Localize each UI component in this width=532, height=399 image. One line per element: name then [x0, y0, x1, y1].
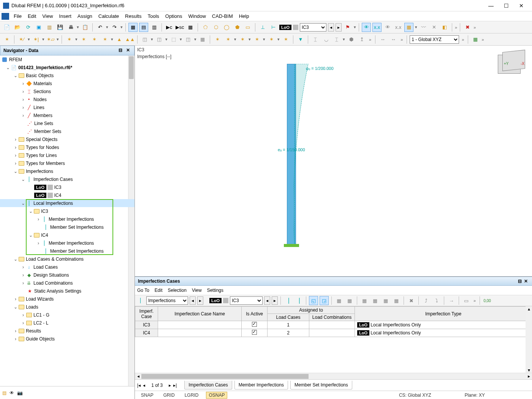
menu-assign[interactable]: Assign	[74, 12, 95, 20]
undo-icon[interactable]: ↶	[95, 23, 104, 32]
exp[interactable]: ⌄	[13, 256, 18, 262]
minimize-button[interactable]: —	[483, 0, 499, 11]
t2d[interactable]: ▾	[75, 37, 78, 42]
lp-ic-next[interactable]: ▸	[272, 296, 278, 305]
surf-icon[interactable]: ◧	[440, 23, 449, 32]
tree-load-wizards[interactable]: ›Load Wizards	[0, 295, 135, 303]
support-3-icon[interactable]: ⌶	[332, 35, 341, 44]
refresh-icon[interactable]: ⟳	[24, 23, 33, 32]
exp[interactable]: ⌄	[13, 169, 18, 174]
pager-prev-icon[interactable]: ◂	[143, 383, 145, 388]
col-name[interactable]: Imperfection Case Name	[158, 307, 242, 321]
tree-li-ic4-mi[interactable]: ›⎪Member Imperfections	[0, 239, 135, 247]
lp-menu-goto[interactable]: Go To	[137, 288, 149, 293]
tb2-icon-7[interactable]: ✶	[213, 35, 222, 44]
tb2-icon-5[interactable]: ▲	[115, 35, 124, 44]
exp[interactable]: ⌄	[13, 304, 18, 310]
tree-loads[interactable]: ⌄Loads	[0, 303, 135, 311]
t2g[interactable]: ▾	[165, 37, 168, 42]
lp-vscroll[interactable]: ▴ ▾	[526, 306, 532, 373]
pager-next-icon[interactable]: ▸	[169, 383, 171, 388]
t2b[interactable]: ▾	[42, 37, 44, 42]
select-window-icon[interactable]: ⬡	[211, 23, 220, 32]
tree-li-ic3[interactable]: ⌄IC3	[0, 207, 135, 215]
lp-table[interactable]: Imperf.Case Imperfection Case Name Is Ac…	[135, 306, 532, 373]
col-loadcomb[interactable]: Load Combinations	[309, 314, 355, 321]
tree-root[interactable]: RFEM	[0, 55, 135, 63]
menu-edit[interactable]: Edit	[25, 12, 39, 20]
nav-scroll-thumb[interactable]	[129, 56, 134, 79]
copy-icon[interactable]: 📋	[81, 23, 90, 32]
select-rect-icon[interactable]: ▭	[243, 23, 252, 32]
menu-file[interactable]: File	[11, 12, 25, 20]
lp-cat-next[interactable]: ▸	[197, 296, 203, 305]
tb2-icon-8[interactable]: ✶	[223, 35, 233, 44]
tree-li-ic4[interactable]: ⌄IC4	[0, 231, 135, 239]
tree-lcc[interactable]: ⌄Load Cases & Combinations	[0, 255, 135, 263]
tree-types-members[interactable]: ›Types for Members	[0, 159, 135, 167]
calc-icon[interactable]: ▶c	[165, 23, 174, 32]
redo-icon[interactable]: ↷	[110, 23, 119, 32]
tb2-icon-10[interactable]: ✶	[252, 35, 261, 44]
exp[interactable]: ⌄	[13, 73, 18, 78]
exp[interactable]: ›	[13, 328, 18, 334]
hscroll-thumb[interactable]	[141, 374, 309, 379]
coordinate-system-select[interactable]: 1 - Global XYZ	[410, 35, 459, 44]
tb2-icon-11[interactable]: ✶	[267, 35, 276, 44]
tb2-grey-4[interactable]: ◫	[184, 35, 193, 44]
tree-sections[interactable]: ›⌶Sections	[0, 87, 135, 95]
menu-results[interactable]: Results	[122, 12, 144, 20]
exp[interactable]: ›	[21, 105, 26, 110]
cell-lco[interactable]	[309, 321, 355, 329]
node-star-icon[interactable]: ✶	[2, 35, 11, 44]
status-snap[interactable]: SNAP	[139, 392, 156, 398]
flag-dd[interactable]: ▾	[354, 25, 356, 30]
axis2-icon[interactable]: ⊢	[269, 23, 278, 32]
exp[interactable]: ›	[13, 296, 18, 302]
exp[interactable]: ›	[13, 336, 18, 342]
hscroll-left[interactable]: ◂	[135, 373, 141, 380]
tree-types-nodes[interactable]: ›Types for Nodes	[0, 143, 135, 151]
t2n[interactable]: ▾	[343, 37, 345, 42]
tree-imperfections[interactable]: ⌄Imperfections	[0, 167, 135, 175]
lp-tool-sel1[interactable]: ◱	[309, 296, 318, 305]
tree-imperfection-cases[interactable]: ⌄⎪Imperfection Cases	[0, 175, 135, 183]
app-logo-icon[interactable]	[2, 13, 9, 20]
menu-help[interactable]: Help	[236, 12, 252, 20]
tree-basic-objects[interactable]: ⌄Basic Objects	[0, 71, 135, 79]
tb2-overflow3[interactable]: »	[462, 37, 464, 42]
calc-all-icon[interactable]: ▦	[186, 23, 195, 32]
lp-ic-select[interactable]: IC3	[230, 296, 263, 305]
exp[interactable]: ›	[13, 137, 18, 142]
tree-types-lines[interactable]: ›Types for Lines	[0, 151, 135, 159]
cell-id[interactable]: IC4	[135, 329, 158, 337]
select-lasso-icon[interactable]: ⬠	[201, 23, 210, 32]
exp[interactable]: ›	[13, 153, 18, 158]
lp-exp2-icon[interactable]: ⤵	[432, 296, 441, 305]
dim-2-icon[interactable]: ↔	[389, 35, 398, 44]
tree-design-sit[interactable]: ›◆Design Situations	[0, 271, 135, 279]
block-icon[interactable]: ▣	[34, 23, 43, 32]
select-poly-icon[interactable]: ⬟	[233, 23, 242, 32]
checkbox-icon[interactable]	[252, 322, 257, 327]
tb2-icon-3[interactable]: ✶	[90, 35, 99, 44]
exp[interactable]: ›	[21, 89, 26, 94]
model-viewport[interactable]: IC3 Imperfections [--] φ₀ = 1/200.000 e₀…	[135, 46, 532, 277]
lp-vscroll-down[interactable]: ▾	[526, 367, 532, 373]
tb2-icon-2[interactable]: ✶	[79, 35, 88, 44]
sc-icon[interactable]: ▶sc	[175, 23, 184, 32]
exp[interactable]: ›	[13, 161, 18, 166]
lp-menu-selection[interactable]: Selection	[168, 288, 187, 293]
support-1-icon[interactable]: ⌶	[311, 35, 320, 44]
cell-id[interactable]: IC3	[135, 321, 158, 329]
table-panel-icon[interactable]: ▤	[139, 23, 148, 32]
lc-next-button[interactable]: ▸	[336, 23, 342, 32]
wave-icon[interactable]: 〰	[419, 23, 428, 32]
navigation-cube[interactable]: -X +Y	[494, 51, 527, 81]
open-file-icon[interactable]: 📂	[13, 23, 22, 32]
lp-ar-icon[interactable]: →	[447, 296, 456, 305]
menu-calculate[interactable]: Calculate	[95, 12, 122, 20]
menu-insert[interactable]: Insert	[56, 12, 74, 20]
lp-hscroll[interactable]: ◂ ▸	[135, 373, 532, 379]
tb1-overflow-icon[interactable]: »	[455, 25, 457, 30]
